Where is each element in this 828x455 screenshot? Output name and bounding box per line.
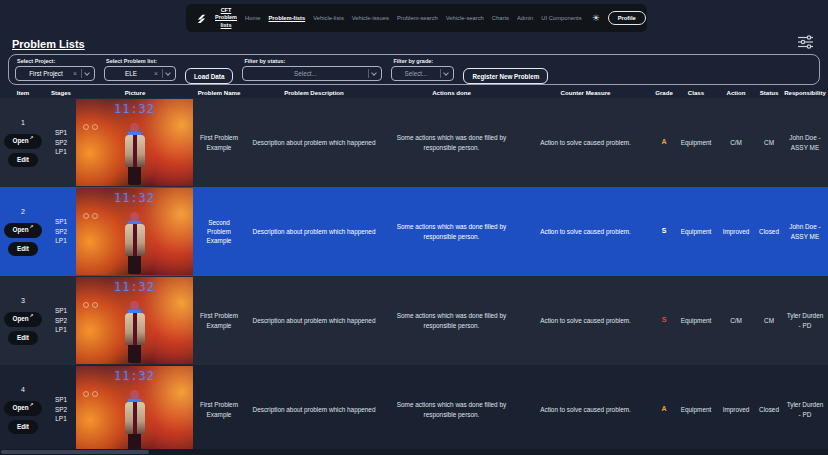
- select-divider: [81, 69, 82, 78]
- nav-item-problem-lists[interactable]: Problem-lists: [268, 15, 305, 21]
- picture-lock-icons: [83, 213, 98, 219]
- problem-description: Description about problem which happened: [244, 316, 384, 325]
- nav-item-vehicle-lists[interactable]: Vehicle-lists: [313, 15, 344, 21]
- grade-badge: A: [652, 404, 676, 414]
- horizontal-scrollbar[interactable]: [0, 449, 828, 455]
- nav-item-admin[interactable]: Admin: [517, 15, 533, 21]
- col-class: Class: [676, 89, 716, 96]
- clear-icon[interactable]: ×: [154, 70, 158, 77]
- problem-name: First Problem Example: [194, 133, 244, 152]
- select-divider: [368, 69, 369, 78]
- open-button[interactable]: Open↗: [4, 401, 43, 415]
- profile-button[interactable]: Profile: [608, 11, 646, 25]
- item-number: 2: [21, 207, 25, 217]
- filter-sliders-icon[interactable]: [797, 35, 814, 53]
- nav-item-vehicle-issues[interactable]: Vehicle-issues: [352, 15, 389, 21]
- problem-picture[interactable]: 11:32: [76, 277, 193, 364]
- problem-picture[interactable]: 11:32: [76, 99, 193, 186]
- grade-badge: A: [652, 137, 676, 147]
- class-cell: Equipment: [676, 316, 716, 325]
- grade-badge: S: [652, 226, 676, 236]
- clear-icon[interactable]: ×: [73, 70, 77, 77]
- external-link-icon: ↗: [30, 225, 34, 230]
- col-counter-measure: Counter Measure: [519, 89, 652, 96]
- action-cell: C/M: [716, 316, 756, 325]
- item-number: 1: [21, 118, 25, 128]
- picture-clock-text: 11:32: [76, 369, 193, 383]
- class-cell: Equipment: [676, 227, 716, 236]
- table-row[interactable]: 4 Open↗ Edit SP1SP2LP1 11:32 First Probl…: [0, 365, 828, 454]
- col-actions-done: Actions done: [384, 89, 519, 96]
- open-button[interactable]: Open↗: [4, 134, 43, 148]
- responsibility-cell: Tyler Durden - PD: [782, 311, 828, 330]
- counter-measure: Action to solve caused problem.: [519, 316, 652, 325]
- nav-item-vehicle-search[interactable]: Vehicle-search: [446, 15, 484, 21]
- col-responsibility: Responsibility: [782, 89, 828, 96]
- stages-cell: SP1SP2LP1: [46, 217, 76, 246]
- select-divider: [162, 69, 163, 78]
- chevron-down-icon: [372, 70, 378, 76]
- picture-clock-text: 11:32: [76, 191, 193, 205]
- edit-button[interactable]: Edit: [8, 331, 38, 345]
- status-cell: CM: [756, 316, 782, 325]
- table-row[interactable]: 3 Open↗ Edit SP1SP2LP1 11:32 First Probl…: [0, 276, 828, 365]
- action-cell: Improved: [716, 227, 756, 236]
- grade-filter-select[interactable]: Select...: [391, 66, 454, 81]
- counter-measure: Action to solve caused problem.: [519, 138, 652, 147]
- page-title: Problem Lists: [12, 38, 85, 50]
- theme-toggle-sun-icon[interactable]: ☀: [592, 13, 600, 23]
- brand-link[interactable]: CFT Problem lists: [215, 7, 237, 28]
- project-select-label: Select Project:: [17, 58, 95, 64]
- table-row[interactable]: 1 Open↗ Edit SP1SP2LP1 11:32 First Probl…: [0, 98, 828, 187]
- problem-name: First Problem Example: [194, 400, 244, 419]
- actions-done: Some actions which was done filled by re…: [384, 133, 519, 152]
- problem-picture[interactable]: 11:32: [76, 366, 193, 453]
- action-cell: Improved: [716, 405, 756, 414]
- nav-item-charts[interactable]: Charts: [492, 15, 509, 21]
- nav-item-problem-search[interactable]: Problem-search: [397, 15, 438, 21]
- open-button[interactable]: Open↗: [4, 312, 43, 326]
- open-button[interactable]: Open↗: [4, 223, 43, 237]
- grade-filter-placeholder: Select...: [395, 70, 436, 77]
- project-select[interactable]: First Project ×: [15, 66, 95, 81]
- counter-measure: Action to solve caused problem.: [519, 405, 652, 414]
- col-problem-description: Problem Description: [244, 89, 384, 96]
- grade-badge: S: [652, 315, 676, 325]
- status-cell: Closed: [756, 405, 782, 414]
- external-link-icon: ↗: [30, 314, 34, 319]
- picture-lock-icons: [83, 124, 98, 130]
- actions-done: Some actions which was done filled by re…: [384, 222, 519, 241]
- scrollbar-thumb[interactable]: [1, 450, 149, 454]
- external-link-icon: ↗: [30, 136, 34, 141]
- stages-cell: SP1SP2LP1: [46, 395, 76, 424]
- col-problem-name: Problem Name: [194, 89, 244, 96]
- chevron-down-icon: [444, 70, 450, 76]
- problem-description: Description about problem which happened: [244, 138, 384, 147]
- load-data-button[interactable]: Load Data: [185, 68, 233, 84]
- responsibility-cell: Tyler Durden - PD: [782, 400, 828, 419]
- problem-picture[interactable]: 11:32: [76, 188, 193, 275]
- filter-bar: Select Project: First Project × Select P…: [8, 54, 820, 85]
- picture-figure: [123, 301, 147, 363]
- register-new-problem-button[interactable]: Register New Problem: [463, 68, 548, 84]
- stages-cell: SP1SP2LP1: [46, 128, 76, 157]
- status-filter-select[interactable]: Select...: [242, 66, 382, 81]
- edit-button[interactable]: Edit: [8, 420, 38, 434]
- nav-item-ui-components[interactable]: UI Components: [541, 15, 581, 21]
- picture-figure: [123, 390, 147, 452]
- problem-name: Second Problem Example: [194, 218, 244, 246]
- nav-item-home[interactable]: Home: [245, 15, 260, 21]
- table-row-selected[interactable]: 2 Open↗ Edit SP1SP2LP1 11:32 Second Prob…: [0, 187, 828, 276]
- status-cell: Closed: [756, 227, 782, 236]
- picture-figure: [123, 123, 147, 185]
- problem-list-select[interactable]: ELE ×: [104, 66, 176, 81]
- actions-done: Some actions which was done filled by re…: [384, 400, 519, 419]
- edit-button[interactable]: Edit: [8, 153, 38, 167]
- brand-logo-icon[interactable]: [196, 13, 207, 24]
- page-header: Problem Lists: [12, 36, 816, 51]
- status-filter-placeholder: Select...: [246, 70, 364, 77]
- counter-measure: Action to solve caused problem.: [519, 227, 652, 236]
- col-stages: Stages: [46, 89, 76, 96]
- edit-button[interactable]: Edit: [8, 242, 38, 256]
- select-divider: [440, 69, 441, 78]
